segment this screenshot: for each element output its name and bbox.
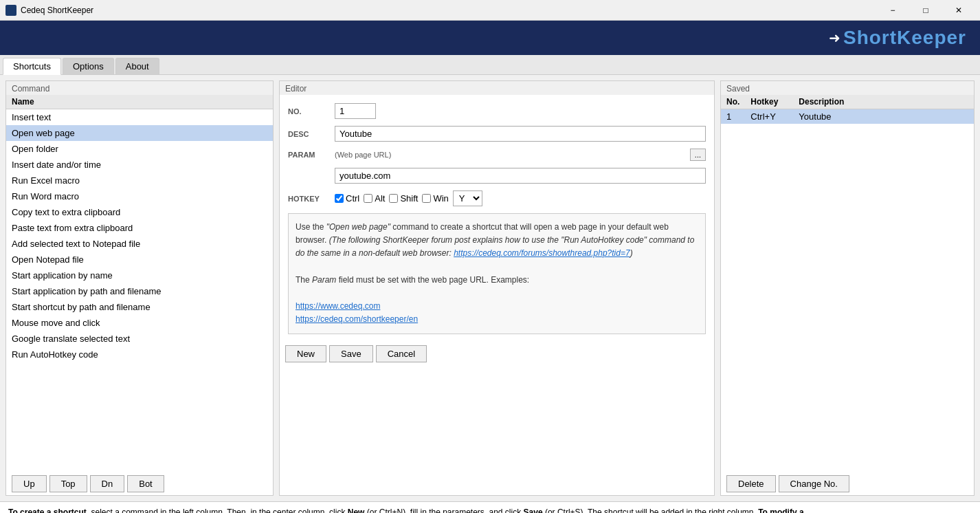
- window-title: Cedeq ShortKeeper: [21, 6, 93, 15]
- param-label: PARAM: [288, 151, 329, 159]
- cancel-button[interactable]: Cancel: [376, 345, 427, 362]
- saved-panel: Saved No. Hotkey Description 1 Ctrl+Y Yo…: [720, 80, 975, 496]
- command-panel: Command Name Insert text Open web page O…: [5, 80, 274, 496]
- command-item-google-translate[interactable]: Google translate selected text: [6, 331, 273, 347]
- dn-button[interactable]: Dn: [90, 475, 125, 492]
- alt-checkbox-label: Alt: [364, 193, 385, 204]
- param-label-row: PARAM (Web page URL) ...: [288, 149, 706, 161]
- command-item-open-notepad[interactable]: Open Notepad file: [6, 252, 273, 268]
- command-item-run-excel-macro[interactable]: Run Excel macro: [6, 173, 273, 188]
- command-item-copy-text[interactable]: Copy text to extra clipboard: [6, 204, 273, 220]
- saved-table-body: 1 Ctrl+Y Youtube: [721, 109, 974, 124]
- saved-row-1-no: 1: [721, 109, 745, 124]
- command-item-mouse-move[interactable]: Mouse move and click: [6, 315, 273, 331]
- command-name-header: Name: [12, 97, 34, 107]
- key-select[interactable]: Y ABCD EFGH IJKL MNOP QRST UVWX Z: [453, 190, 482, 206]
- command-bottom-bar: Up Top Dn Bot: [6, 472, 273, 495]
- command-item-insert-date[interactable]: Insert date and/or time: [6, 157, 273, 173]
- title-bar-left: Cedeq ShortKeeper: [5, 5, 93, 16]
- desc-label: DESC: [288, 130, 329, 138]
- command-item-paste-text[interactable]: Paste text from extra clipboard: [6, 220, 273, 236]
- top-button[interactable]: Top: [49, 475, 87, 492]
- param-sublabel: (Web page URL): [335, 151, 391, 159]
- win-checkbox-label: Win: [422, 193, 448, 204]
- example-link-cedeq[interactable]: https://www.cedeq.com: [296, 301, 380, 311]
- tab-about[interactable]: About: [115, 58, 159, 74]
- param-input-row: [288, 168, 706, 184]
- command-item-start-app-path[interactable]: Start application by path and filename: [6, 283, 273, 299]
- col-header-hotkey: Hotkey: [745, 95, 793, 109]
- logo-text: ShortKeeper: [843, 27, 966, 49]
- header-logo: ➜ ShortKeeper: [829, 27, 966, 49]
- desc-row: DESC: [288, 126, 706, 142]
- no-row: No.: [288, 103, 706, 119]
- delete-button[interactable]: Delete: [726, 475, 776, 492]
- saved-table: No. Hotkey Description 1 Ctrl+Y Youtube: [721, 95, 974, 124]
- saved-row-1[interactable]: 1 Ctrl+Y Youtube: [721, 109, 974, 124]
- hotkey-checkboxes: Ctrl Alt Shift Win Y ABCD EFGH: [335, 190, 482, 206]
- param-input[interactable]: [335, 168, 706, 184]
- logo-arrow-icon: ➜: [829, 30, 840, 46]
- command-item-start-shortcut[interactable]: Start shortcut by path and filename: [6, 299, 273, 315]
- logo-text-keeper: Keeper: [897, 27, 966, 48]
- example-link-shortkeeper[interactable]: https://cedeq.com/shortkeeper/en: [296, 314, 418, 324]
- ctrl-checkbox-label: Ctrl: [335, 193, 359, 204]
- main-content: Command Name Insert text Open web page O…: [0, 75, 980, 501]
- hotkey-label: HOTKEY: [288, 195, 329, 203]
- footer-text: To create a shortcut, select a command i…: [8, 506, 812, 513]
- saved-row-1-description: Youtube: [793, 109, 974, 124]
- editor-fields: No. DESC PARAM (Web page URL) ... HOTK: [280, 95, 714, 342]
- editor-bottom-bar: New Save Cancel: [280, 342, 714, 365]
- title-bar: Cedeq ShortKeeper − □ ✕: [0, 0, 980, 21]
- command-item-insert-text[interactable]: Insert text: [6, 109, 273, 125]
- maximize-button[interactable]: □: [910, 0, 942, 21]
- title-bar-controls: − □ ✕: [877, 0, 975, 21]
- new-button[interactable]: New: [285, 345, 326, 362]
- minimize-button[interactable]: −: [877, 0, 909, 21]
- win-checkbox[interactable]: [422, 194, 431, 203]
- close-button[interactable]: ✕: [943, 0, 975, 21]
- tab-shortcuts[interactable]: Shortcuts: [3, 58, 61, 75]
- ctrl-checkbox[interactable]: [335, 194, 344, 203]
- header-bar: ➜ ShortKeeper: [0, 21, 980, 55]
- editor-panel-title: Editor: [280, 81, 714, 95]
- saved-bottom-bar: Delete Change No.: [721, 472, 974, 495]
- command-list: Insert text Open web page Open folder In…: [6, 109, 273, 472]
- desc-input[interactable]: [335, 126, 706, 142]
- command-item-run-autohotkey[interactable]: Run AutoHotkey code: [6, 347, 273, 362]
- footer-bar: To create a shortcut, select a command i…: [0, 501, 980, 513]
- info-box: Use the "Open web page" command to creat…: [288, 213, 706, 334]
- tab-options[interactable]: Options: [63, 58, 114, 74]
- bot-button[interactable]: Bot: [127, 475, 164, 492]
- command-item-run-word-macro[interactable]: Run Word macro: [6, 188, 273, 204]
- tabs-bar: Shortcuts Options About: [0, 55, 980, 75]
- no-label: No.: [288, 107, 329, 116]
- saved-table-head: No. Hotkey Description: [721, 95, 974, 109]
- editor-panel: Editor No. DESC PARAM (Web page URL) ...: [279, 80, 715, 496]
- hotkey-row: HOTKEY Ctrl Alt Shift Win Y: [288, 190, 706, 206]
- command-item-open-web-page[interactable]: Open web page: [6, 125, 273, 141]
- shift-checkbox-label: Shift: [389, 193, 418, 204]
- command-item-start-app-name[interactable]: Start application by name: [6, 268, 273, 283]
- saved-panel-title: Saved: [721, 81, 974, 95]
- shift-checkbox[interactable]: [389, 194, 398, 203]
- col-header-no: No.: [721, 95, 745, 109]
- saved-row-1-hotkey: Ctrl+Y: [745, 109, 793, 124]
- up-button[interactable]: Up: [12, 475, 47, 492]
- command-item-add-selected-text[interactable]: Add selected text to Notepad file: [6, 236, 273, 252]
- forum-link[interactable]: https://cedeq.com/forums/showthread.php?…: [454, 248, 630, 258]
- saved-table-header-row: No. Hotkey Description: [721, 95, 974, 109]
- alt-checkbox[interactable]: [364, 194, 372, 203]
- command-panel-title: Command: [6, 81, 273, 95]
- command-list-header: Name: [6, 95, 273, 109]
- saved-table-container: No. Hotkey Description 1 Ctrl+Y Youtube: [721, 95, 974, 472]
- logo-text-short: Short: [843, 27, 897, 48]
- command-item-open-folder[interactable]: Open folder: [6, 141, 273, 157]
- change-no-button[interactable]: Change No.: [779, 475, 849, 492]
- param-browse-button[interactable]: ...: [690, 149, 706, 161]
- app-icon: [5, 5, 16, 16]
- save-button[interactable]: Save: [329, 345, 373, 362]
- no-input[interactable]: [335, 103, 376, 119]
- col-header-description: Description: [793, 95, 974, 109]
